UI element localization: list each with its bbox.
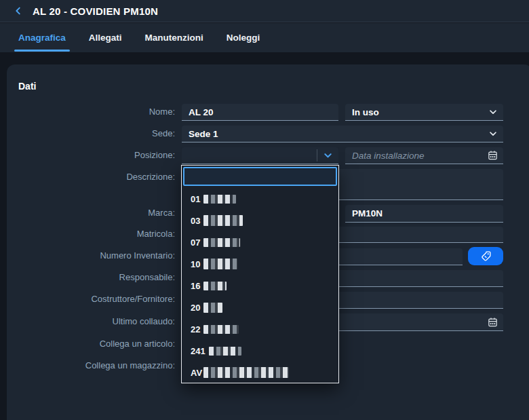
nome-label: Nome: xyxy=(14,107,175,117)
header: AL 20 - COVIDIEN PM10N xyxy=(0,0,529,22)
option-prefix: 16 xyxy=(191,281,200,291)
dropdown-option[interactable]: 03 xyxy=(182,210,338,231)
redacted-text xyxy=(203,259,237,269)
dropdown-option[interactable]: 20 xyxy=(182,297,338,318)
option-prefix: 03 xyxy=(191,216,200,226)
sede-select-value: Sede 1 xyxy=(182,129,218,139)
tag-icon xyxy=(479,250,492,263)
option-prefix: 10 xyxy=(191,259,200,269)
collega-magazzino-label: Collega un magazzino: xyxy=(14,360,175,371)
redacted-text xyxy=(203,195,236,204)
nome-input[interactable] xyxy=(182,104,338,121)
equipment-detail-screen: AL 20 - COVIDIEN PM10N Anagrafica Allega… xyxy=(0,0,529,420)
redacted-text xyxy=(203,282,227,290)
calendar-icon[interactable] xyxy=(487,316,498,328)
dropdown-filter-input-field[interactable] xyxy=(184,168,336,185)
combobox-divider xyxy=(317,149,317,161)
nome-input-field[interactable] xyxy=(182,104,338,120)
option-prefix: 20 xyxy=(191,303,200,313)
matricola-label: Matricola: xyxy=(14,229,175,240)
chevron-down-icon xyxy=(488,129,498,138)
option-prefix: 22 xyxy=(191,324,200,335)
dropdown-option[interactable]: 16 xyxy=(182,275,338,297)
chevron-down-icon[interactable] xyxy=(323,151,333,161)
marca-label: Marca: xyxy=(14,208,175,218)
responsabile-label: Responsabile: xyxy=(14,272,175,283)
redacted-text xyxy=(203,238,240,247)
section-title: Dati xyxy=(18,81,36,92)
option-prefix: 07 xyxy=(191,237,200,248)
tag-button[interactable] xyxy=(468,247,503,265)
collega-articolo-label: Collega un articolo: xyxy=(14,339,175,349)
data-installazione-datepicker[interactable] xyxy=(345,147,503,164)
dropdown-filter-input[interactable] xyxy=(183,167,337,186)
dropdown-option[interactable]: 22 xyxy=(182,318,338,340)
redacted-text xyxy=(203,303,222,313)
option-prefix: 01 xyxy=(191,194,200,204)
redacted-text xyxy=(203,215,243,226)
back-button[interactable] xyxy=(9,3,27,18)
redacted-text xyxy=(203,367,289,378)
sede-label: Sede: xyxy=(14,128,175,139)
tab-manutenzioni[interactable]: Manutenzioni xyxy=(141,23,208,52)
dropdown-option-list: 01 03 07 10 16 20 22 241 AV xyxy=(182,188,338,383)
tab-bar: Anagrafica Allegati Manutenzioni Noleggi xyxy=(0,23,529,52)
calendar-icon[interactable] xyxy=(487,150,498,161)
tab-anagrafica[interactable]: Anagrafica xyxy=(14,23,70,52)
posizione-label: Posizione: xyxy=(14,150,175,161)
sede-select[interactable]: Sede 1 xyxy=(182,126,503,142)
dropdown-option[interactable]: 01 xyxy=(182,188,338,210)
dati-card: Dati Nome: Sede: Posizione: Descrizione:… xyxy=(7,64,529,420)
tab-noleggi[interactable]: Noleggi xyxy=(222,23,264,52)
option-prefix: 241 xyxy=(191,346,205,356)
dropdown-option[interactable]: 07 xyxy=(182,231,338,253)
numero-inventario-label: Numero Inventario: xyxy=(14,250,175,261)
marca-input-field[interactable] xyxy=(345,205,503,222)
redacted-text xyxy=(203,325,239,334)
page-title: AL 20 - COVIDIEN PM10N xyxy=(33,5,158,17)
data-installazione-input[interactable] xyxy=(345,147,503,164)
marca-input[interactable] xyxy=(345,205,503,223)
ultimo-collaudo-label: Ultimo collaudo: xyxy=(14,316,175,327)
stato-select-value: In uso xyxy=(345,107,379,117)
stato-select[interactable]: In uso xyxy=(345,104,503,121)
chevron-down-icon xyxy=(488,107,498,117)
dropdown-option[interactable]: AV xyxy=(182,362,338,383)
tab-allegati[interactable]: Allegati xyxy=(85,23,126,52)
dropdown-option[interactable]: 10 xyxy=(182,253,338,275)
posizione-dropdown-popup: 01 03 07 10 16 20 22 241 AV xyxy=(181,165,339,383)
chevron-left-icon xyxy=(14,6,23,16)
posizione-combobox[interactable] xyxy=(182,147,338,164)
redacted-text xyxy=(209,347,241,356)
dropdown-option[interactable]: 241 xyxy=(182,340,338,362)
costruttore-label: Costruttore/Fornitore: xyxy=(14,294,175,305)
option-prefix: AV xyxy=(191,368,202,378)
descrizione-label: Descrizione: xyxy=(14,172,175,183)
